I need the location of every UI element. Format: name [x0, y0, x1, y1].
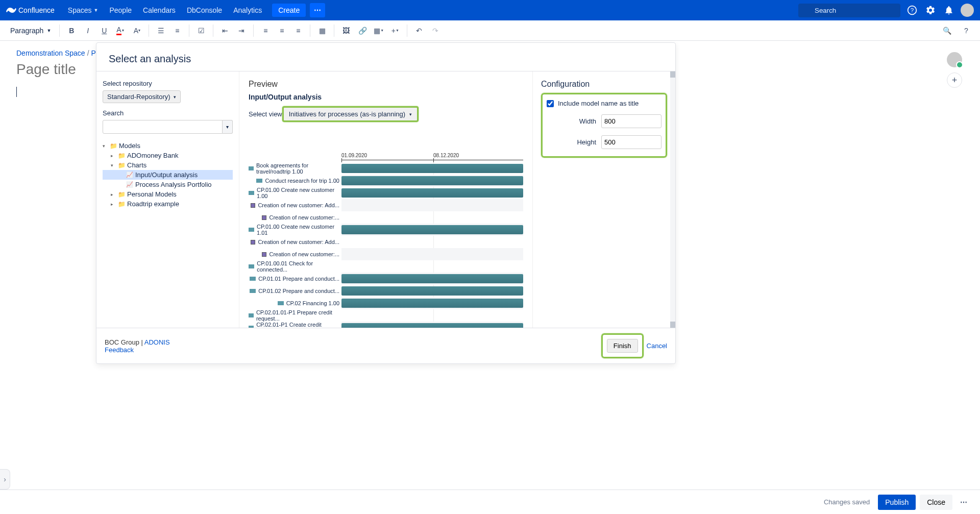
product-name: Confluence [18, 6, 55, 14]
separator [59, 25, 60, 37]
page-side: + [939, 49, 970, 99]
nav-item-dbconsole[interactable]: DbConsole [182, 3, 227, 17]
nav-item-calendars[interactable]: Calendars [138, 3, 181, 17]
editor-avatar[interactable] [947, 52, 962, 67]
underline-button[interactable]: U [96, 23, 112, 38]
help-icon[interactable]: ? [905, 4, 919, 17]
toolbar-help-button[interactable]: ? [959, 23, 974, 38]
align-right-button[interactable]: ≡ [290, 23, 306, 38]
modal-body: Select repository Standard-Repository) ▾… [96, 71, 675, 99]
redo-button[interactable]: ↷ [428, 23, 443, 38]
undo-button[interactable]: ↶ [411, 23, 427, 38]
breadcrumb-space[interactable]: Demonstration Space [16, 49, 85, 57]
link-button[interactable]: 🔗 [355, 23, 370, 38]
task-list-button[interactable]: ☑ [193, 23, 209, 38]
text-color-button[interactable]: A ▼ [113, 23, 128, 38]
search-wrapper [798, 4, 900, 17]
user-avatar[interactable] [961, 4, 974, 17]
paragraph-style-dropdown[interactable]: Paragraph ▼ [6, 25, 55, 37]
preview-heading: Preview [249, 80, 523, 89]
repo-label: Select repository [103, 80, 233, 87]
editor-toolbar: Paragraph ▼ B I U A ▼ A▾ ☰ ≡ ☑ ⇤ ⇥ ≡ ≡ ≡… [0, 20, 980, 41]
analysis-title: Input/Output analysis [249, 93, 523, 99]
separator [407, 25, 407, 37]
top-nav: Confluence Spaces ▼ People Calendars DbC… [0, 0, 980, 20]
nav-more-button[interactable]: ⋯ [310, 3, 325, 17]
add-participant-button[interactable]: + [947, 72, 962, 88]
settings-icon[interactable] [924, 4, 937, 17]
separator [149, 25, 149, 37]
numbered-list-button[interactable]: ≡ [169, 23, 185, 38]
config-heading: Configuration [541, 80, 667, 89]
product-logo[interactable]: Confluence [6, 5, 55, 15]
repo-select[interactable]: Standard-Repository) ▾ [103, 90, 181, 99]
chevron-down-icon: ▼ [94, 8, 99, 13]
separator [310, 25, 310, 37]
confluence-icon [6, 5, 16, 15]
separator [334, 25, 334, 37]
global-search-input[interactable] [798, 4, 900, 17]
editor-cursor [16, 87, 17, 97]
nav-item-analytics[interactable]: Analytics [228, 3, 267, 17]
find-button[interactable]: 🔍 [939, 23, 954, 38]
nav-item-people[interactable]: People [104, 3, 137, 17]
italic-button[interactable]: I [80, 23, 95, 38]
separator [213, 25, 213, 37]
outdent-button[interactable]: ⇤ [217, 23, 233, 38]
bullet-list-button[interactable]: ☰ [153, 23, 168, 38]
nav-item-spaces[interactable]: Spaces ▼ [63, 3, 104, 17]
table-button[interactable]: ▦▼ [371, 23, 386, 38]
image-button[interactable]: 🖼 [338, 23, 354, 38]
nav-items: Spaces ▼ People Calendars DbConsole Anal… [63, 3, 798, 17]
modal-scrollbar[interactable] [670, 71, 675, 99]
separator [253, 25, 254, 37]
align-left-button[interactable]: ≡ [258, 23, 273, 38]
modal-center-panel: Preview Input/Output analysis Select vie… [239, 71, 532, 99]
modal-right-panel: Configuration Include model name as titl… [532, 71, 675, 99]
insert-button[interactable]: +▼ [387, 23, 403, 38]
bold-button[interactable]: B [64, 23, 79, 38]
select-analysis-modal: Select an analysis Select repository Sta… [96, 42, 676, 99]
chevron-down-icon: ▾ [174, 94, 176, 99]
chevron-down-icon: ▼ [46, 28, 51, 33]
separator [189, 25, 189, 37]
modal-left-panel: Select repository Standard-Repository) ▾… [96, 71, 239, 99]
notifications-icon[interactable] [942, 4, 955, 17]
toolbar-right: 🔍 ? [939, 23, 974, 38]
modal-title: Select an analysis [96, 43, 675, 71]
create-button[interactable]: Create [272, 4, 306, 17]
chevron-down-icon: ▼ [121, 29, 125, 32]
nav-right: ? [798, 4, 974, 17]
svg-text:?: ? [911, 7, 914, 13]
indent-button[interactable]: ⇥ [234, 23, 249, 38]
align-center-button[interactable]: ≡ [274, 23, 289, 38]
layout-button[interactable]: ▦ [314, 23, 330, 38]
config-box: Include model name as title Width Height [541, 93, 667, 99]
more-format-button[interactable]: A▾ [129, 23, 144, 38]
